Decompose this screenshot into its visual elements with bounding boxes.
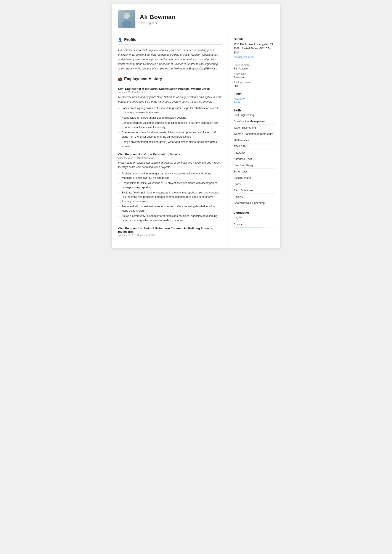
list-item: Focus on designing solutions for monitor… — [122, 106, 222, 115]
job-dates-3: January 2014 — December 2014 — [118, 234, 222, 236]
svg-point-1 — [122, 21, 132, 27]
language-bar-fill-russian — [234, 227, 263, 227]
left-column: 👤 Profile Innovation inspired Civil Engi… — [112, 32, 228, 248]
birth-value: San Antonio — [234, 67, 275, 70]
skill-item: Etabs — [234, 183, 275, 187]
job-dates-2: January 2014 — December 2016 — [118, 156, 222, 159]
resume-container: Ali Bowman Civil Engineer 👤 Profile Inno… — [112, 4, 280, 248]
job-description-2: Project lead on excavation consulting pr… — [118, 161, 222, 169]
list-item: Act as a community liaison to inform pub… — [122, 214, 222, 223]
language-bar-fill-english — [234, 220, 275, 220]
skills-title: Skills — [234, 109, 275, 112]
job-entry-2: Civil Engineer II at Orion Excavation, S… — [118, 153, 222, 223]
profile-section: 👤 Profile Innovation inspired Civil Engi… — [118, 37, 222, 71]
list-item: Responsible for initial valuations of 10… — [122, 181, 222, 189]
avatar — [118, 10, 135, 28]
skill-item: Waste & Sanitation Infrastructure — [234, 133, 275, 137]
list-item: Design environmental efficient (green) w… — [122, 140, 222, 148]
details-title: Details — [234, 37, 275, 41]
languages-section: Languages English Russian — [234, 211, 275, 227]
language-item-russian: Russian — [234, 223, 275, 227]
svg-rect-2 — [124, 14, 129, 15]
job-entry-1: Civil Engineer III at Industrial Constru… — [118, 87, 222, 148]
details-section: Details 1515 Pacific Ave, Los Angeles, C… — [234, 37, 275, 59]
skill-item: AutoCAD — [234, 151, 275, 156]
skill-item: Physics — [234, 195, 275, 200]
language-name-russian: Russian — [234, 223, 275, 226]
language-name-english: English — [234, 216, 275, 219]
link-facebook[interactable]: Facebook — [234, 97, 275, 100]
job-title-2: Civil Engineer II at Orion Excavation, S… — [118, 153, 222, 156]
language-bar-bg-russian — [234, 227, 275, 227]
job-entry-3: Civil Engineer I at Smith & Robertson Co… — [118, 227, 222, 236]
header-info: Ali Bowman Civil Engineer — [140, 14, 175, 25]
list-item: Produce draft cost estimation reports fo… — [122, 204, 222, 213]
links-section: Links Facebook Twitter — [234, 92, 275, 104]
skill-item: STAAD Pro — [234, 145, 275, 150]
skill-item: Building Plans — [234, 176, 275, 181]
header-section: Ali Bowman Civil Engineer — [112, 4, 280, 32]
nationality-label: Nationality — [234, 72, 275, 75]
employment-divider — [118, 84, 222, 84]
driving-label: Driving license — [234, 81, 275, 84]
list-item: Responsible for surge analysis and mitig… — [122, 116, 222, 120]
skill-item: Autodesk Revit — [234, 158, 275, 162]
job-title-1: Civil Engineer III at Industrial Constru… — [118, 87, 222, 91]
list-item: Evaluate flow impairment to waterways in… — [122, 190, 222, 203]
birth-section: Place of birth San Antonio Nationality A… — [234, 64, 275, 87]
list-item: Create master plans for all stormwater i… — [122, 130, 222, 139]
list-item: Assisting construction manager on mainly… — [122, 171, 222, 180]
employment-section: 💼 Employment History Civil Engineer III … — [118, 77, 222, 236]
language-bar-bg-english — [234, 220, 275, 220]
details-address: 1515 Pacific Ave, Los Angeles, CA 90291,… — [234, 42, 275, 55]
skill-item: Geotechnical Engineering — [234, 202, 275, 206]
skill-item: Earth Structures — [234, 189, 275, 194]
languages-title: Languages — [234, 211, 275, 214]
skill-item: Construction Management — [234, 120, 275, 125]
employment-section-title: 💼 Employment History — [118, 77, 222, 81]
skills-section: Skills Civil Engineering Construction Ma… — [234, 109, 275, 206]
skill-item: Civil Engineering — [234, 114, 275, 118]
birth-label: Place of birth — [234, 64, 275, 67]
job-bullets-2: Assisting construction manager on mainly… — [118, 171, 222, 223]
skill-item: Mathematics — [234, 139, 275, 143]
employment-icon: 💼 — [118, 77, 122, 81]
right-column: Details 1515 Pacific Ave, Los Angeles, C… — [228, 32, 280, 248]
profile-text: Innovation inspired Civil Engineer with … — [118, 48, 222, 71]
profile-icon: 👤 — [118, 38, 122, 42]
profile-divider — [118, 45, 222, 45]
skill-item: Schematics — [234, 170, 275, 175]
candidate-job-title: Civil Engineer — [140, 21, 175, 25]
job-description-1: Replaced Excel scheduling with Snap Sche… — [118, 95, 222, 104]
profile-section-title: 👤 Profile — [118, 37, 222, 42]
language-item-english: English — [234, 216, 275, 220]
link-twitter[interactable]: Twitter — [234, 101, 275, 104]
skill-item: Structural Design — [234, 164, 275, 168]
details-email[interactable]: email@email.com — [234, 56, 254, 59]
avatar-image — [118, 10, 135, 28]
links-title: Links — [234, 92, 275, 96]
main-content: 👤 Profile Innovation inspired Civil Engi… — [112, 32, 280, 248]
job-bullets-1: Focus on designing solutions for monitor… — [118, 106, 222, 148]
job-dates-1: January 2017 — Present — [118, 91, 222, 93]
nationality-value: American — [234, 76, 275, 79]
driving-value: Full — [234, 84, 275, 87]
job-title-3: Civil Engineer I at Smith & Robertson Co… — [118, 227, 222, 233]
candidate-name: Ali Bowman — [140, 14, 175, 21]
skill-item: Water Engineering — [234, 126, 275, 131]
list-item: Conduct required validation studies by b… — [122, 121, 222, 129]
